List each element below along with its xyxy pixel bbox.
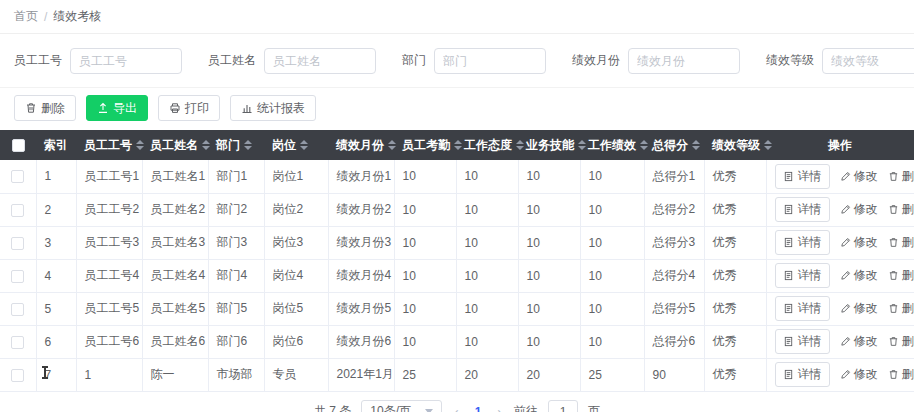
edit-button-label: 修改 — [854, 168, 878, 185]
cell-skill: 10 — [518, 160, 580, 193]
cell-position: 专员 — [264, 358, 328, 391]
sort-icon[interactable] — [244, 140, 252, 150]
breadcrumb-home[interactable]: 首页 — [14, 8, 38, 25]
column-header[interactable]: 员工考勤 — [394, 130, 456, 160]
page-number-1[interactable]: 1 — [471, 405, 486, 412]
row-checkbox[interactable] — [11, 369, 24, 382]
cell-position: 岗位2 — [264, 193, 328, 226]
row-checkbox[interactable] — [11, 336, 24, 349]
column-header[interactable]: 工作绩效 — [580, 130, 644, 160]
row-actions-cell: 详情 修改 删除 — [766, 358, 914, 391]
document-icon — [783, 270, 794, 281]
column-header[interactable]: 工作态度 — [456, 130, 518, 160]
mouse-cursor — [44, 366, 46, 379]
column-header[interactable]: 员工姓名 — [142, 130, 208, 160]
column-header: 索引 — [36, 130, 76, 160]
page-size-select[interactable]: 10条/页 — [361, 400, 442, 412]
delete-row-button[interactable]: 删除 — [888, 267, 914, 284]
sort-icon[interactable] — [136, 140, 144, 150]
cell-attitude: 20 — [456, 358, 518, 391]
cell-performance: 25 — [580, 358, 644, 391]
sort-icon[interactable] — [516, 140, 524, 150]
filter-label: 绩效月份 — [572, 52, 620, 69]
breadcrumb: 首页 / 绩效考核 — [0, 0, 914, 34]
filter-input[interactable] — [434, 48, 546, 74]
detail-button[interactable]: 详情 — [775, 197, 830, 222]
trash-icon — [888, 270, 899, 281]
edit-button[interactable]: 修改 — [840, 333, 878, 350]
filter-input[interactable] — [264, 48, 376, 74]
sort-icon[interactable] — [578, 140, 586, 150]
cell-month: 绩效月份5 — [328, 292, 394, 325]
cell-attendance: 10 — [394, 325, 456, 358]
column-header[interactable]: 员工工号 — [76, 130, 142, 160]
sort-icon[interactable] — [692, 140, 700, 150]
document-icon — [783, 204, 794, 215]
delete-row-button[interactable]: 删除 — [888, 333, 914, 350]
filter-group: 部门 — [402, 48, 546, 74]
detail-button[interactable]: 详情 — [775, 263, 830, 288]
filter-input[interactable] — [822, 48, 914, 74]
column-header[interactable]: 业务技能 — [518, 130, 580, 160]
export-button-label: 导出 — [113, 100, 137, 117]
export-button[interactable]: 导出 — [86, 95, 148, 121]
column-header[interactable]: 绩效月份 — [328, 130, 394, 160]
delete-row-button-label: 删除 — [902, 300, 914, 317]
row-checkbox-cell — [0, 358, 36, 391]
sort-icon[interactable] — [202, 140, 210, 150]
cell-performance: 10 — [580, 259, 644, 292]
detail-button[interactable]: 详情 — [775, 329, 830, 354]
sort-icon[interactable] — [764, 140, 772, 150]
detail-button[interactable]: 详情 — [775, 296, 830, 321]
edit-button[interactable]: 修改 — [840, 234, 878, 251]
filter-input[interactable] — [70, 48, 182, 74]
edit-button[interactable]: 修改 — [840, 267, 878, 284]
table-header-row: 索引员工工号员工姓名部门岗位绩效月份员工考勤工作态度业务技能工作绩效总得分绩效等… — [0, 130, 914, 160]
row-checkbox[interactable] — [11, 270, 24, 283]
filter-bar: 员工工号 员工姓名 部门 绩效月份 绩效等级 — [0, 34, 914, 88]
sort-icon[interactable] — [300, 140, 308, 150]
cell-skill: 10 — [518, 325, 580, 358]
print-button[interactable]: 打印 — [158, 95, 220, 121]
delete-button[interactable]: 删除 — [14, 95, 76, 121]
next-page-button[interactable]: › — [495, 404, 504, 412]
pencil-icon — [840, 237, 851, 248]
sort-icon[interactable] — [454, 140, 462, 150]
cell-performance: 10 — [580, 193, 644, 226]
pencil-icon — [840, 204, 851, 215]
edit-button[interactable]: 修改 — [840, 201, 878, 218]
delete-row-button[interactable]: 删除 — [888, 234, 914, 251]
row-checkbox[interactable] — [11, 204, 24, 217]
cell-index: 1 — [36, 160, 76, 193]
delete-row-button[interactable]: 删除 — [888, 201, 914, 218]
edit-button[interactable]: 修改 — [840, 366, 878, 383]
edit-button[interactable]: 修改 — [840, 168, 878, 185]
prev-page-button[interactable]: ‹ — [452, 404, 461, 412]
pagination: 共 7 条 10条/页 ‹ 1 › 前往 页 — [0, 392, 914, 412]
upload-icon — [97, 102, 109, 114]
row-actions-cell: 详情 修改 删除 — [766, 226, 914, 259]
row-checkbox[interactable] — [11, 237, 24, 250]
delete-row-button[interactable]: 删除 — [888, 168, 914, 185]
column-header[interactable]: 部门 — [208, 130, 264, 160]
delete-row-button-label: 删除 — [902, 234, 914, 251]
edit-button[interactable]: 修改 — [840, 300, 878, 317]
cell-total-score: 90 — [644, 358, 704, 391]
report-button[interactable]: 统计报表 — [230, 95, 316, 121]
sort-icon[interactable] — [388, 140, 396, 150]
column-header[interactable]: 绩效等级 — [704, 130, 766, 160]
detail-button[interactable]: 详情 — [775, 164, 830, 189]
select-all-checkbox[interactable] — [12, 139, 25, 152]
row-checkbox[interactable] — [11, 303, 24, 316]
column-header[interactable]: 岗位 — [264, 130, 328, 160]
goto-page-input[interactable] — [548, 400, 578, 412]
row-actions-cell: 详情 修改 删除 — [766, 292, 914, 325]
delete-row-button[interactable]: 删除 — [888, 366, 914, 383]
detail-button[interactable]: 详情 — [775, 230, 830, 255]
column-header[interactable]: 总得分 — [644, 130, 704, 160]
filter-input[interactable] — [628, 48, 740, 74]
sort-icon[interactable] — [640, 140, 648, 150]
detail-button[interactable]: 详情 — [775, 362, 830, 387]
delete-row-button[interactable]: 删除 — [888, 300, 914, 317]
row-checkbox[interactable] — [11, 170, 24, 183]
